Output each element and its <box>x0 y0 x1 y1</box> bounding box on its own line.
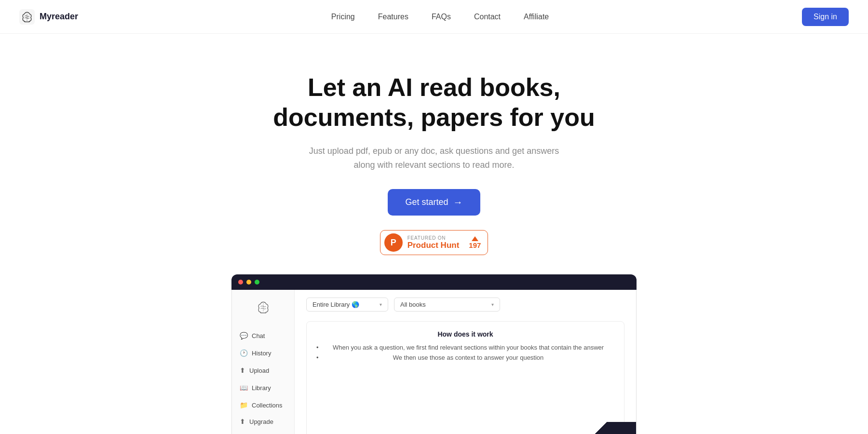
app-main-content: Entire Library 🌎 ▾ All books ▾ How does … <box>295 290 636 434</box>
sidebar-history-label: History <box>252 350 271 357</box>
sidebar-item-upgrade[interactable]: ⬆ Upgrade <box>232 413 294 430</box>
sidebar-item-library[interactable]: 📖 Library <box>232 380 294 396</box>
minimize-dot <box>246 280 251 285</box>
sidebar-item-support[interactable]: 🛟 Support <box>232 431 294 434</box>
brand-icon <box>19 9 35 25</box>
brand-name: Myreader <box>40 12 78 22</box>
filter-library-label: Entire Library 🌎 <box>312 301 359 308</box>
navbar: Myreader Pricing Features FAQs Contact A… <box>0 0 868 34</box>
nav-features[interactable]: Features <box>378 13 408 21</box>
nav-affiliate[interactable]: Affiliate <box>524 13 549 21</box>
sidebar-item-history[interactable]: 🕐 History <box>232 345 294 361</box>
app-bullet-1: When you ask a question, we first find r… <box>316 344 614 351</box>
chevron-down-icon-2: ▾ <box>491 302 494 307</box>
sidebar-chat-label: Chat <box>252 332 265 339</box>
sidebar-logo <box>255 299 272 319</box>
nav-faqs[interactable]: FAQs <box>432 13 451 21</box>
product-hunt-badge[interactable]: P FEATURED ON Product Hunt 197 <box>380 230 488 255</box>
app-content-title: How does it work <box>316 330 614 338</box>
filter-library[interactable]: Entire Library 🌎 ▾ <box>306 298 388 312</box>
sidebar-item-collections[interactable]: 📁 Collections <box>232 397 294 413</box>
ph-vote-count: 197 <box>469 241 481 249</box>
hero-title: Let an AI read books, documents, papers … <box>270 72 598 133</box>
filter-books[interactable]: All books ▾ <box>394 298 500 312</box>
app-window-body: 💬 Chat 🕐 History ⬆ Upload 📖 Library <box>231 290 637 434</box>
signin-button[interactable]: Sign in <box>802 8 849 26</box>
upvote-icon <box>472 236 478 241</box>
history-icon: 🕐 <box>240 349 248 357</box>
chat-icon: 💬 <box>240 332 248 339</box>
sidebar-collections-label: Collections <box>252 402 283 409</box>
ph-featured-label: FEATURED ON <box>407 235 446 241</box>
close-dot <box>238 280 243 285</box>
app-sidebar: 💬 Chat 🕐 History ⬆ Upload 📖 Library <box>232 290 295 434</box>
window-titlebar <box>231 274 637 290</box>
upload-icon: ⬆ <box>240 366 245 374</box>
maximize-dot <box>255 280 259 285</box>
sidebar-library-label: Library <box>252 384 271 392</box>
app-bullet-2: We then use those as context to answer y… <box>316 354 614 361</box>
hero-section: Let an AI read books, documents, papers … <box>0 34 868 434</box>
hero-subtitle: Just upload pdf, epub or any doc, ask qu… <box>299 144 569 172</box>
filter-books-label: All books <box>400 301 426 308</box>
sidebar-upgrade-label: Upgrade <box>249 418 273 425</box>
collections-icon: 📁 <box>240 401 248 409</box>
ph-text-group: FEATURED ON Product Hunt <box>407 235 460 250</box>
library-icon: 📖 <box>240 384 248 392</box>
app-filters: Entire Library 🌎 ▾ All books ▾ <box>306 298 624 312</box>
nav-pricing[interactable]: Pricing <box>331 13 355 21</box>
app-content-box: How does it work When you ask a question… <box>306 321 624 434</box>
arrow-icon: → <box>453 197 463 208</box>
get-started-label: Get started <box>405 197 448 207</box>
app-preview: 💬 Chat 🕐 History ⬆ Upload 📖 Library <box>231 274 637 434</box>
logo[interactable]: Myreader <box>19 9 78 25</box>
upgrade-icon: ⬆ <box>240 418 245 425</box>
ph-votes: 197 <box>469 236 481 249</box>
ph-logo: P <box>384 233 403 252</box>
nav-links: Pricing Features FAQs Contact Affiliate <box>331 13 549 21</box>
ph-name: Product Hunt <box>407 241 460 250</box>
get-started-button[interactable]: Get started → <box>388 189 480 216</box>
sidebar-upload-label: Upload <box>249 367 269 374</box>
sidebar-item-chat[interactable]: 💬 Chat <box>232 327 294 344</box>
nav-contact[interactable]: Contact <box>474 13 501 21</box>
sidebar-item-upload[interactable]: ⬆ Upload <box>232 362 294 379</box>
sidebar-nav: 💬 Chat 🕐 History ⬆ Upload 📖 Library <box>232 327 294 413</box>
chevron-down-icon: ▾ <box>380 302 382 307</box>
sidebar-bottom: ⬆ Upgrade 🛟 Support 👥 Affiliate <box>232 413 294 434</box>
